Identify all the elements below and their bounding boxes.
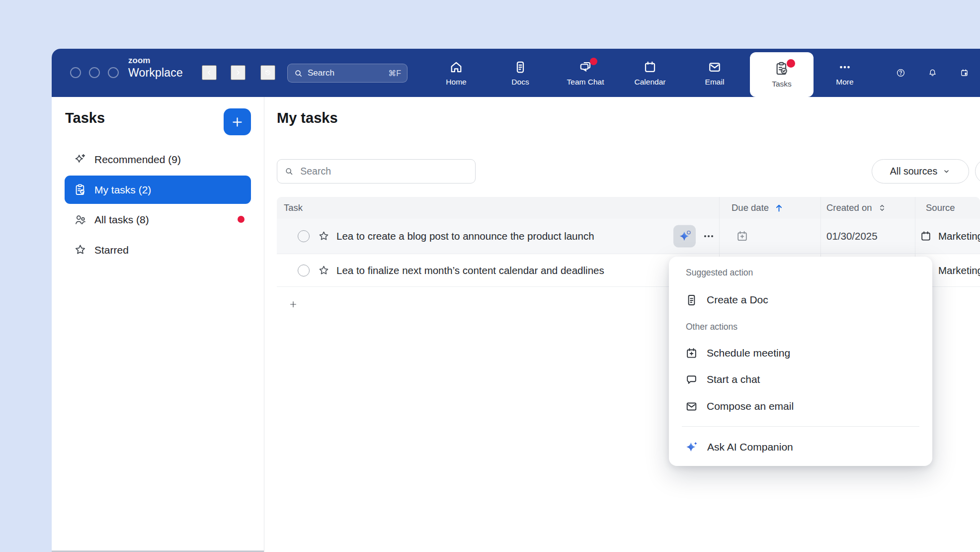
ai-companion-button[interactable]	[673, 225, 696, 248]
menu-divider	[682, 426, 919, 427]
nav-item-email[interactable]: Email	[687, 49, 742, 97]
history-icon	[264, 65, 271, 80]
menu-section-label: Suggested action	[686, 268, 753, 278]
zoom-workplace-logo: zoom Workplace	[128, 56, 183, 79]
star-icon	[74, 243, 87, 257]
brand-zoom: zoom	[128, 56, 183, 65]
sidebar-item-starred[interactable]: Starred	[65, 236, 251, 264]
ai-companion-icon	[685, 440, 699, 454]
docs-icon	[513, 60, 528, 75]
calendar-icon	[643, 60, 657, 75]
window-control-maximize[interactable]	[108, 67, 119, 78]
star-toggle[interactable]	[318, 230, 330, 243]
search-icon	[294, 69, 303, 78]
created-on-value: 01/30/2025	[826, 230, 878, 242]
task-title: Lea to finalize next month’s content cal…	[336, 265, 604, 276]
nav-item-tasks-active-tab[interactable]: Tasks	[750, 52, 814, 97]
menu-section-label: Other actions	[686, 322, 737, 332]
nav-item-docs[interactable]: Docs	[492, 49, 548, 97]
source-name: Marketing	[938, 265, 980, 276]
zoom-workplace-window: zoom Workplace Search ⌘F Home Docs Team …	[52, 49, 980, 552]
add-task-button[interactable]	[224, 108, 251, 135]
column-header-source[interactable]: Source	[926, 202, 955, 213]
brand-workplace: Workplace	[128, 67, 183, 79]
sort-ascending-icon	[774, 203, 784, 213]
table-header: Task Due date Created on Source	[277, 197, 980, 219]
nav-item-calendar[interactable]: Calendar	[622, 49, 678, 97]
row-more-button[interactable]	[698, 225, 720, 247]
search-shortcut: ⌘F	[388, 69, 401, 78]
task-complete-checkbox[interactable]	[298, 230, 310, 242]
star-toggle[interactable]	[318, 264, 330, 276]
sparkle-icon	[74, 153, 87, 166]
sidebar-title: Tasks	[65, 110, 105, 126]
notifications-button[interactable]	[925, 65, 940, 81]
home-icon	[449, 60, 464, 75]
team-chat-unread-badge	[590, 58, 597, 65]
email-icon	[707, 60, 722, 75]
my-tasks-panel: My tasks All sources Task Due date	[264, 97, 980, 552]
nav-item-home[interactable]: Home	[428, 49, 484, 97]
menu-item-ask-ai-companion[interactable]: Ask AI Companion	[669, 434, 932, 460]
clipped-filter-button[interactable]	[975, 159, 980, 184]
help-icon	[896, 65, 905, 81]
history-button[interactable]	[260, 65, 275, 80]
search-icon	[284, 166, 294, 177]
chevron-down-icon	[942, 167, 951, 176]
column-header-task[interactable]: Task	[284, 202, 303, 213]
ai-sparkle-icon	[678, 230, 691, 243]
window-control-minimize[interactable]	[89, 67, 100, 78]
global-search-label: Search	[308, 68, 334, 78]
tasks-sidebar: Tasks Recommended (9) My tasks (2) All t…	[52, 97, 264, 552]
menu-item-compose-email[interactable]: Compose an email	[669, 393, 932, 420]
chevron-left-icon	[206, 67, 213, 79]
plus-icon	[231, 115, 244, 129]
people-icon	[74, 213, 87, 226]
clipboard-check-icon	[74, 183, 87, 196]
calendar-plus-icon	[735, 230, 749, 243]
ellipsis-icon	[702, 230, 715, 243]
mini-calendar-button[interactable]	[957, 65, 972, 81]
sidebar-item-my-tasks[interactable]: My tasks (2)	[65, 176, 251, 204]
sort-toggle-icon	[877, 203, 887, 213]
column-header-due-date[interactable]: Due date	[732, 202, 784, 213]
doc-icon	[685, 293, 698, 307]
calendar-panel-icon	[960, 65, 969, 81]
task-complete-checkbox[interactable]	[298, 265, 310, 276]
forward-button[interactable]	[231, 65, 245, 80]
source-name: Marketing	[938, 230, 980, 242]
column-header-created-on[interactable]: Created on	[826, 202, 887, 213]
menu-item-create-doc[interactable]: Create a Doc	[669, 286, 932, 313]
sources-filter-dropdown[interactable]: All sources	[872, 159, 969, 184]
calendar-plus-icon	[685, 347, 698, 360]
menu-item-schedule-meeting[interactable]: Schedule meeting	[669, 340, 932, 367]
page-title: My tasks	[277, 110, 338, 126]
chevron-right-icon	[235, 67, 242, 79]
window-control-close[interactable]	[70, 67, 81, 78]
more-icon	[837, 60, 852, 75]
star-icon	[318, 264, 330, 276]
global-search[interactable]: Search ⌘F	[287, 64, 408, 83]
nav-item-team-chat[interactable]: Team Chat	[558, 49, 613, 97]
source-cell: Marketing	[919, 230, 980, 243]
set-due-date-button[interactable]	[735, 230, 749, 243]
task-search-input[interactable]	[299, 165, 468, 178]
top-navigation-bar: zoom Workplace Search ⌘F Home Docs Team …	[52, 49, 980, 97]
add-task-inline-button[interactable]	[286, 297, 301, 312]
plus-icon	[289, 297, 298, 311]
sidebar-item-all-tasks[interactable]: All tasks (8)	[65, 205, 251, 234]
task-action-menu: Suggested action Create a Doc Other acti…	[669, 257, 932, 466]
bell-icon	[928, 65, 937, 81]
task-row[interactable]: Lea to create a blog post to announce th…	[277, 219, 980, 254]
email-icon	[685, 400, 698, 413]
chat-bubble-icon	[685, 373, 698, 386]
help-button[interactable]	[893, 65, 908, 81]
sidebar-item-recommended[interactable]: Recommended (9)	[65, 145, 251, 174]
task-search	[277, 159, 476, 184]
menu-item-start-a-chat[interactable]: Start a chat	[669, 366, 932, 393]
tasks-unread-badge	[787, 59, 795, 68]
star-icon	[318, 230, 330, 243]
all-tasks-unread-dot	[238, 216, 245, 223]
back-button[interactable]	[202, 65, 217, 80]
nav-item-more[interactable]: More	[817, 49, 873, 97]
